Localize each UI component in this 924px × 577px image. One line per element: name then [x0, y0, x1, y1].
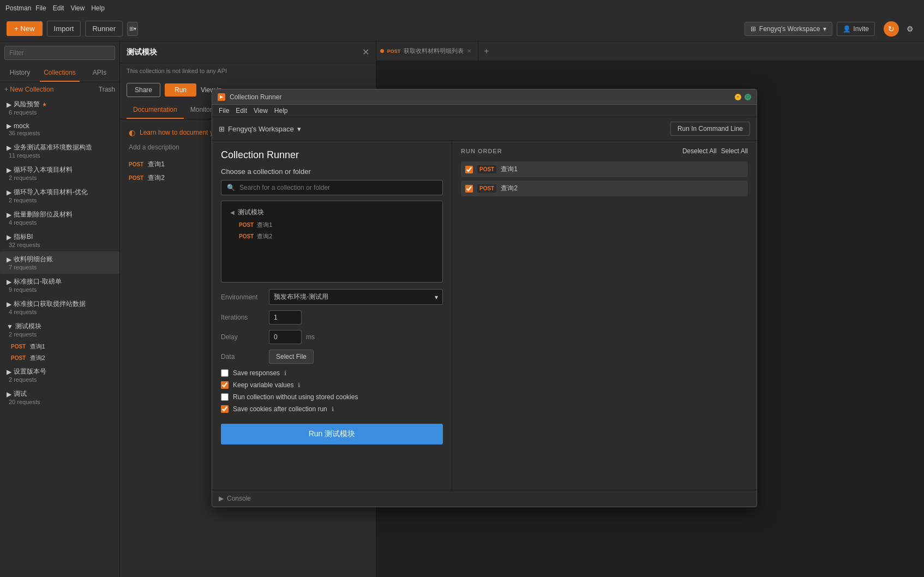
- environment-select[interactable]: 预发布环境-测试用 ▾: [269, 289, 443, 305]
- run-button[interactable]: Run: [165, 83, 196, 97]
- order-item-checkbox[interactable]: [465, 185, 473, 193]
- import-button[interactable]: Import: [47, 21, 81, 37]
- tab-item[interactable]: POST 获取收料材料明细列表 ✕: [374, 41, 479, 61]
- order-item-checkbox[interactable]: [465, 166, 473, 173]
- runner-button[interactable]: Runner: [85, 21, 123, 37]
- deselect-all-button[interactable]: Deselect All: [682, 147, 717, 155]
- search-icon: 🔍: [227, 184, 235, 191]
- panel-close-button[interactable]: ✕: [362, 47, 369, 57]
- iterations-input[interactable]: [269, 310, 302, 324]
- menu-bar: File Edit View Help: [35, 4, 105, 12]
- keep-variable-checkbox[interactable]: [221, 381, 229, 389]
- runner-right-panel: RUN ORDER Deselect All Select All POST 查…: [452, 141, 757, 490]
- runner-sub-request[interactable]: POST 查询2: [226, 231, 438, 242]
- sync-button[interactable]: ↻: [884, 21, 899, 37]
- method-badge: POST: [477, 165, 496, 173]
- collection-item[interactable]: ▶ 业务测试基准环境数据构造 11 requests: [0, 140, 119, 162]
- panel-tab-documentation[interactable]: Documentation: [127, 101, 184, 119]
- plus-icon: +: [4, 86, 10, 93]
- info-icon[interactable]: ℹ: [284, 370, 286, 377]
- runner-search-input[interactable]: [239, 184, 437, 191]
- runner-title-icon: ▶: [218, 93, 225, 101]
- info-icon[interactable]: ℹ: [332, 406, 334, 413]
- collection-item[interactable]: ▶ 调试 20 requests: [0, 386, 119, 408]
- runner-menu-view[interactable]: View: [254, 107, 268, 115]
- runner-menu-help[interactable]: Help: [274, 107, 288, 115]
- new-button[interactable]: + New: [7, 21, 43, 36]
- collection-item[interactable]: ▶ 风险预警 ★ 6 requests: [0, 97, 119, 119]
- runner-menu-edit[interactable]: Edit: [236, 107, 247, 115]
- run-order-label: RUN ORDER: [461, 148, 502, 154]
- new-collection-button[interactable]: + New Collection: [4, 86, 53, 93]
- search-input[interactable]: [4, 46, 115, 60]
- sub-request-item[interactable]: POST 查询2: [0, 352, 119, 364]
- delay-unit: ms: [306, 333, 315, 341]
- sub-request-item[interactable]: POST 查询1: [0, 341, 119, 352]
- main-toolbar: + New Import Runner ⊞▾ ⊞ Fengyq's Worksp…: [0, 16, 924, 41]
- console-label[interactable]: Console: [227, 495, 251, 502]
- tab-close[interactable]: ✕: [467, 48, 471, 54]
- collection-item[interactable]: ▶ 标准接口获取搅拌站数据 4 requests: [0, 296, 119, 318]
- menu-help[interactable]: Help: [91, 4, 105, 12]
- collection-item[interactable]: ▶ 指标BI 32 requests: [0, 229, 119, 251]
- checkbox-keep-variable: Keep variable values ℹ: [221, 381, 443, 389]
- collection-item[interactable]: ▶ mock 36 requests: [0, 119, 119, 140]
- sidebar-tab-collections[interactable]: Collections: [40, 64, 80, 82]
- minimize-button[interactable]: −: [735, 94, 741, 100]
- runner-left-panel: Collection Runner Choose a collection or…: [212, 141, 452, 490]
- settings-button[interactable]: ⚙: [902, 21, 917, 37]
- collection-item[interactable]: ▶ 设置版本号 2 requests: [0, 364, 119, 386]
- runner-collection-item[interactable]: ◀ 测试模块: [226, 206, 438, 219]
- checkbox-run-without-cookies: Run collection without using stored cook…: [221, 393, 443, 401]
- trash-button[interactable]: Trash: [99, 86, 115, 93]
- add-tab-button[interactable]: +: [478, 46, 494, 56]
- checkbox-save-cookies: Save cookies after collection run ℹ: [221, 405, 443, 413]
- sidebar-tab-apis[interactable]: APIs: [80, 64, 119, 82]
- run-order-item: POST 查询1: [461, 161, 748, 177]
- sidebar-tab-history[interactable]: History: [0, 64, 40, 82]
- plus-icon: +: [14, 25, 19, 33]
- delay-input[interactable]: [269, 330, 302, 344]
- workspace-selector[interactable]: ⊞ Fengyq's Workspace ▾: [745, 22, 832, 36]
- collection-runner-window: ▶ Collection Runner − □ File Edit View H…: [212, 89, 757, 507]
- save-responses-checkbox[interactable]: [221, 369, 229, 377]
- data-label: Data: [221, 353, 265, 360]
- app-title: Postman: [5, 4, 31, 12]
- runner-menu-file[interactable]: File: [219, 107, 229, 115]
- collection-panel-header: 测试模块 ✕: [120, 41, 376, 63]
- select-file-button[interactable]: Select File: [269, 350, 314, 364]
- collection-item[interactable]: ▶ 批量删除部位及材料 4 requests: [0, 207, 119, 229]
- menu-view[interactable]: View: [70, 4, 85, 12]
- tab-title: 获取收料材料明细列表: [404, 47, 464, 55]
- chevron-down-icon: ▾: [823, 25, 826, 33]
- collection-item-test-module[interactable]: ▼ 测试模块 2 requests: [0, 318, 119, 341]
- runner-title-text: Collection Runner: [230, 93, 726, 101]
- runner-right-header: RUN ORDER Deselect All Select All: [461, 147, 748, 155]
- run-in-command-line-button[interactable]: Run In Command Line: [670, 122, 750, 136]
- share-button[interactable]: Share: [127, 83, 160, 97]
- select-all-button[interactable]: Select All: [721, 147, 748, 155]
- data-field: Data Select File: [221, 350, 443, 364]
- select-chevron: ▾: [435, 293, 438, 301]
- collection-item-active[interactable]: ▶ 收料明细台账 7 requests: [0, 251, 119, 274]
- info-icon[interactable]: ℹ: [298, 382, 300, 389]
- save-cookies-checkbox[interactable]: [221, 405, 229, 413]
- menu-edit[interactable]: Edit: [53, 4, 64, 12]
- post-badge: POST: [11, 355, 26, 361]
- toolbar-icons: ↻ ⚙: [884, 21, 917, 37]
- run-collection-button[interactable]: Run 测试模块: [221, 424, 443, 444]
- run-without-cookies-checkbox[interactable]: [221, 393, 229, 401]
- collection-item[interactable]: ▶ 循环导入本项目材料-优化 2 requests: [0, 184, 119, 207]
- console-icon: ▶: [219, 495, 224, 502]
- method-badge: POST: [477, 184, 496, 193]
- runner-sub-request[interactable]: POST 查询1: [226, 219, 438, 231]
- maximize-button[interactable]: □: [745, 94, 751, 100]
- collection-item[interactable]: ▶ 标准接口-取磅单 9 requests: [0, 274, 119, 296]
- view-switcher[interactable]: ⊞▾: [127, 22, 138, 36]
- main-content: POST 查询2 ✕ [DELETED] POST 磅单作业 ✕ GET 导出收…: [120, 41, 924, 577]
- invite-button[interactable]: 👤 Invite: [837, 22, 875, 36]
- method-badge: POST: [129, 161, 143, 167]
- menu-file[interactable]: File: [35, 4, 46, 12]
- collection-item[interactable]: ▶ 循环导入本项目材料 2 requests: [0, 162, 119, 184]
- delay-label: Delay: [221, 333, 265, 341]
